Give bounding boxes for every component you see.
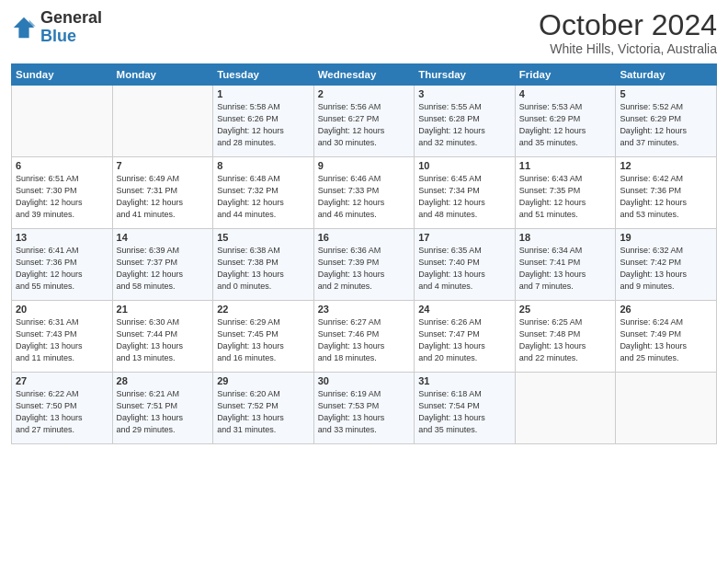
day-number: 10	[418, 160, 511, 171]
day-info: Sunrise: 6:36 AM Sunset: 7:39 PM Dayligh…	[318, 245, 411, 293]
day-number: 26	[620, 304, 712, 315]
calendar-table: SundayMondayTuesdayWednesdayThursdayFrid…	[11, 63, 717, 444]
day-number: 21	[117, 304, 210, 315]
day-info: Sunrise: 6:22 AM Sunset: 7:50 PM Dayligh…	[16, 388, 108, 436]
calendar-cell: 19Sunrise: 6:32 AM Sunset: 7:42 PM Dayli…	[616, 229, 717, 301]
calendar-cell: 12Sunrise: 6:42 AM Sunset: 7:36 PM Dayli…	[616, 157, 717, 229]
day-header-wednesday: Wednesday	[313, 64, 415, 86]
day-number: 14	[117, 232, 210, 243]
day-header-tuesday: Tuesday	[213, 64, 314, 86]
day-info: Sunrise: 5:55 AM Sunset: 6:28 PM Dayligh…	[418, 101, 511, 149]
calendar-cell: 21Sunrise: 6:30 AM Sunset: 7:44 PM Dayli…	[112, 301, 213, 373]
day-header-saturday: Saturday	[616, 64, 717, 86]
day-info: Sunrise: 6:24 AM Sunset: 7:49 PM Dayligh…	[620, 316, 712, 364]
day-number: 25	[519, 304, 612, 315]
calendar-cell: 6Sunrise: 6:51 AM Sunset: 7:30 PM Daylig…	[12, 157, 113, 229]
day-number: 1	[217, 88, 310, 99]
day-number: 3	[418, 88, 511, 99]
svg-marker-1	[29, 19, 36, 26]
calendar-cell: 27Sunrise: 6:22 AM Sunset: 7:50 PM Dayli…	[12, 373, 113, 444]
day-info: Sunrise: 6:43 AM Sunset: 7:35 PM Dayligh…	[519, 173, 612, 221]
calendar-cell: 11Sunrise: 6:43 AM Sunset: 7:35 PM Dayli…	[515, 157, 616, 229]
calendar-week-row: 13Sunrise: 6:41 AM Sunset: 7:36 PM Dayli…	[12, 229, 717, 301]
calendar-cell: 5Sunrise: 5:52 AM Sunset: 6:29 PM Daylig…	[616, 86, 717, 157]
calendar-cell: 4Sunrise: 5:53 AM Sunset: 6:29 PM Daylig…	[515, 86, 616, 157]
day-info: Sunrise: 6:25 AM Sunset: 7:48 PM Dayligh…	[519, 316, 612, 364]
day-info: Sunrise: 6:45 AM Sunset: 7:34 PM Dayligh…	[418, 173, 511, 221]
day-info: Sunrise: 5:52 AM Sunset: 6:29 PM Dayligh…	[620, 101, 712, 149]
day-info: Sunrise: 6:18 AM Sunset: 7:54 PM Dayligh…	[418, 388, 511, 436]
calendar-cell	[112, 86, 213, 157]
calendar-cell: 15Sunrise: 6:38 AM Sunset: 7:38 PM Dayli…	[213, 229, 314, 301]
day-number: 4	[519, 88, 612, 99]
day-info: Sunrise: 5:58 AM Sunset: 6:26 PM Dayligh…	[217, 101, 310, 149]
calendar-cell	[12, 86, 113, 157]
day-info: Sunrise: 6:51 AM Sunset: 7:30 PM Dayligh…	[16, 173, 108, 221]
day-header-monday: Monday	[112, 64, 213, 86]
day-number: 5	[620, 88, 712, 99]
day-number: 31	[418, 375, 511, 386]
calendar-cell: 22Sunrise: 6:29 AM Sunset: 7:45 PM Dayli…	[213, 301, 314, 373]
day-number: 7	[117, 160, 210, 171]
day-number: 13	[16, 232, 108, 243]
calendar-cell: 25Sunrise: 6:25 AM Sunset: 7:48 PM Dayli…	[515, 301, 616, 373]
month-title: October 2024	[539, 9, 717, 41]
calendar-cell: 1Sunrise: 5:58 AM Sunset: 6:26 PM Daylig…	[213, 86, 314, 157]
calendar-cell: 2Sunrise: 5:56 AM Sunset: 6:27 PM Daylig…	[313, 86, 415, 157]
day-header-friday: Friday	[515, 64, 616, 86]
day-number: 9	[318, 160, 411, 171]
location-subtitle: White Hills, Victoria, Australia	[539, 41, 717, 56]
calendar-cell: 7Sunrise: 6:49 AM Sunset: 7:31 PM Daylig…	[112, 157, 213, 229]
calendar-week-row: 6Sunrise: 6:51 AM Sunset: 7:30 PM Daylig…	[12, 157, 717, 229]
day-number: 11	[519, 160, 612, 171]
day-number: 17	[418, 232, 511, 243]
calendar-cell: 8Sunrise: 6:48 AM Sunset: 7:32 PM Daylig…	[213, 157, 314, 229]
day-info: Sunrise: 6:34 AM Sunset: 7:41 PM Dayligh…	[519, 245, 612, 293]
day-info: Sunrise: 6:38 AM Sunset: 7:38 PM Dayligh…	[217, 245, 310, 293]
calendar-week-row: 1Sunrise: 5:58 AM Sunset: 6:26 PM Daylig…	[12, 86, 717, 157]
day-number: 8	[217, 160, 310, 171]
day-info: Sunrise: 6:42 AM Sunset: 7:36 PM Dayligh…	[620, 173, 712, 221]
day-info: Sunrise: 6:32 AM Sunset: 7:42 PM Dayligh…	[620, 245, 712, 293]
day-number: 22	[217, 304, 310, 315]
day-info: Sunrise: 6:31 AM Sunset: 7:43 PM Dayligh…	[16, 316, 108, 364]
page: General Blue October 2024 White Hills, V…	[0, 0, 728, 563]
calendar-cell	[515, 373, 616, 444]
logo: General Blue	[11, 9, 102, 46]
day-info: Sunrise: 6:20 AM Sunset: 7:52 PM Dayligh…	[217, 388, 310, 436]
day-info: Sunrise: 5:56 AM Sunset: 6:27 PM Dayligh…	[318, 101, 411, 149]
day-number: 2	[318, 88, 411, 99]
calendar-week-row: 27Sunrise: 6:22 AM Sunset: 7:50 PM Dayli…	[12, 373, 717, 444]
day-info: Sunrise: 6:21 AM Sunset: 7:51 PM Dayligh…	[117, 388, 210, 436]
day-number: 6	[16, 160, 108, 171]
day-info: Sunrise: 6:29 AM Sunset: 7:45 PM Dayligh…	[217, 316, 310, 364]
day-number: 15	[217, 232, 310, 243]
day-info: Sunrise: 6:35 AM Sunset: 7:40 PM Dayligh…	[418, 245, 511, 293]
day-number: 23	[318, 304, 411, 315]
calendar-cell: 30Sunrise: 6:19 AM Sunset: 7:53 PM Dayli…	[313, 373, 415, 444]
calendar-cell: 14Sunrise: 6:39 AM Sunset: 7:37 PM Dayli…	[112, 229, 213, 301]
day-number: 18	[519, 232, 612, 243]
day-info: Sunrise: 6:39 AM Sunset: 7:37 PM Dayligh…	[117, 245, 210, 293]
title-area: October 2024 White Hills, Victoria, Aust…	[539, 9, 717, 56]
day-header-sunday: Sunday	[12, 64, 113, 86]
calendar-cell: 28Sunrise: 6:21 AM Sunset: 7:51 PM Dayli…	[112, 373, 213, 444]
day-number: 16	[318, 232, 411, 243]
day-info: Sunrise: 6:26 AM Sunset: 7:47 PM Dayligh…	[418, 316, 511, 364]
day-number: 24	[418, 304, 511, 315]
logo-icon	[11, 15, 37, 40]
calendar-cell: 26Sunrise: 6:24 AM Sunset: 7:49 PM Dayli…	[616, 301, 717, 373]
day-number: 12	[620, 160, 712, 171]
calendar-cell: 13Sunrise: 6:41 AM Sunset: 7:36 PM Dayli…	[12, 229, 113, 301]
day-info: Sunrise: 6:48 AM Sunset: 7:32 PM Dayligh…	[217, 173, 310, 221]
calendar-cell: 18Sunrise: 6:34 AM Sunset: 7:41 PM Dayli…	[515, 229, 616, 301]
day-number: 19	[620, 232, 712, 243]
day-number: 27	[16, 375, 108, 386]
calendar-cell: 10Sunrise: 6:45 AM Sunset: 7:34 PM Dayli…	[415, 157, 516, 229]
calendar-cell: 24Sunrise: 6:26 AM Sunset: 7:47 PM Dayli…	[415, 301, 516, 373]
calendar-cell: 3Sunrise: 5:55 AM Sunset: 6:28 PM Daylig…	[415, 86, 516, 157]
svg-marker-0	[14, 17, 34, 38]
day-info: Sunrise: 6:49 AM Sunset: 7:31 PM Dayligh…	[117, 173, 210, 221]
day-info: Sunrise: 6:41 AM Sunset: 7:36 PM Dayligh…	[16, 245, 108, 293]
logo-text: General Blue	[40, 9, 102, 46]
